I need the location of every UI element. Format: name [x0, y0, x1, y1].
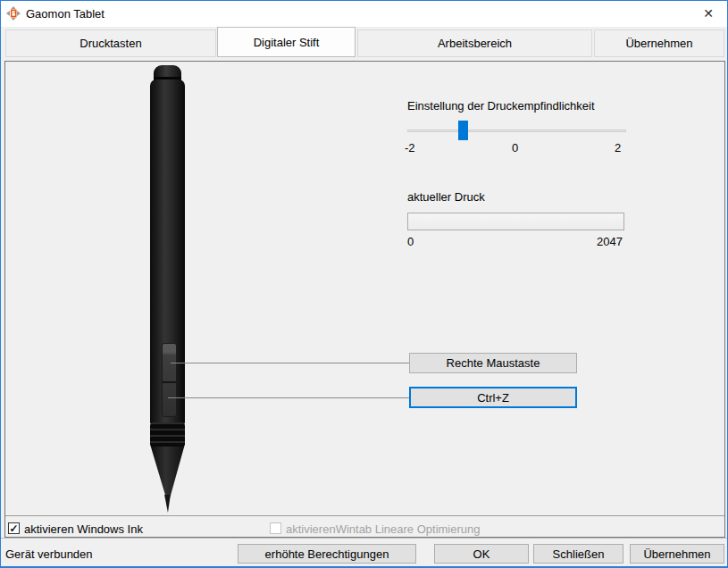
uebernehmen-label: Übernehmen: [643, 547, 710, 561]
close-icon: ✕: [703, 6, 714, 21]
tab-digitaler-stift-label: Digitaler Stift: [254, 36, 320, 49]
gaomon-tablet-window: Gaomon Tablet ✕ Drucktasten Digitaler St…: [0, 0, 728, 568]
device-status-text: Gerät verbunden: [5, 547, 93, 561]
pen-tip-cone: [150, 447, 185, 497]
wintab-optimization-checkbox: [270, 522, 281, 534]
schliessen-label: Schließen: [553, 547, 605, 561]
slider-mid-label: 0: [512, 141, 518, 155]
pressure-max-label: 2047: [597, 235, 623, 248]
sensitivity-slider-thumb[interactable]: [458, 121, 468, 140]
pen-rocker-button: [162, 343, 177, 417]
tab-arbeitsbereich-label: Arbeitsbereich: [438, 37, 512, 50]
pen-lower-button-assignment[interactable]: Ctrl+Z: [409, 387, 577, 408]
schliessen-button[interactable]: Schließen: [533, 544, 623, 564]
wintab-optimization-label: aktivierenWintab Lineare Optimierung: [286, 522, 481, 536]
content-panel: [4, 61, 725, 538]
lower-button-connector-line: [168, 397, 409, 398]
tab-drucktasten-label: Drucktasten: [79, 37, 141, 50]
close-button[interactable]: ✕: [697, 4, 720, 23]
pen-upper-button-label: Rechte Maustaste: [447, 356, 540, 370]
uebernehmen-button[interactable]: Übernehmen: [630, 544, 724, 564]
window-title: Gaomon Tablet: [26, 7, 105, 21]
windows-ink-checkbox[interactable]: ✓: [8, 522, 20, 534]
pen-upper-button-assignment[interactable]: Rechte Maustaste: [409, 353, 577, 373]
titlebar: Gaomon Tablet ✕: [1, 1, 727, 27]
windows-ink-label: aktivieren Windows Ink: [24, 522, 143, 536]
tab-uebernehmen-label: Übernehmen: [625, 37, 692, 50]
slider-min-label: -2: [405, 141, 415, 155]
ok-label: OK: [473, 547, 490, 561]
current-pressure-label: aktueller Druck: [407, 190, 485, 204]
options-separator: [5, 515, 724, 516]
tab-drucktasten[interactable]: Drucktasten: [5, 29, 216, 57]
upper-button-connector-line: [171, 363, 409, 363]
pen-lower-button-label: Ctrl+Z: [477, 391, 509, 405]
pressure-min-label: 0: [407, 235, 414, 248]
checkmark-icon: ✓: [9, 524, 18, 533]
pen-grip-rings: [150, 422, 185, 447]
tab-uebernehmen[interactable]: Übernehmen: [594, 29, 724, 57]
pen-rocker-divider: [163, 381, 176, 383]
gaomon-logo-icon: [6, 6, 21, 21]
pressure-level-bar: [407, 213, 624, 230]
slider-max-label: 2: [615, 141, 621, 155]
elevated-permissions-button[interactable]: erhöhte Berechtigungen: [238, 544, 416, 564]
statusbar: Gerät verbunden erhöhte Berechtigungen O…: [1, 538, 727, 567]
tab-arbeitsbereich[interactable]: Arbeitsbereich: [357, 29, 592, 57]
ok-button[interactable]: OK: [434, 544, 529, 564]
sensitivity-label: Einstellung der Druckempfindlichkeit: [407, 99, 595, 113]
elevated-permissions-label: erhöhte Berechtigungen: [265, 547, 389, 561]
pen-nib: [163, 495, 172, 513]
tab-digitaler-stift[interactable]: Digitaler Stift: [217, 27, 356, 57]
sensitivity-slider-track[interactable]: [407, 129, 626, 132]
pen-illustration: [150, 65, 185, 514]
